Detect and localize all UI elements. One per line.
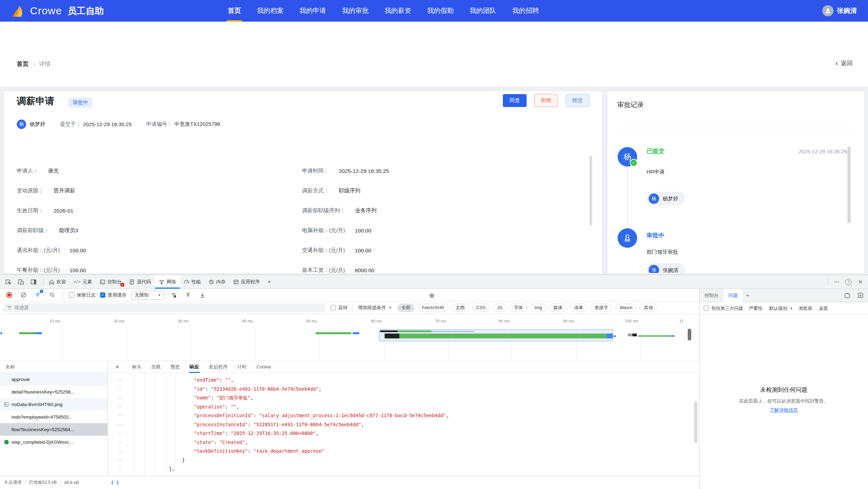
filter-pill-Img[interactable]: Img bbox=[530, 304, 546, 312]
import-har-icon[interactable] bbox=[183, 290, 193, 300]
request-row[interactable]: detail?businessKey=525256... bbox=[0, 385, 107, 398]
drawer-tab-issues[interactable]: 问题 bbox=[724, 289, 743, 302]
filter-pill-文档[interactable]: 文档 bbox=[452, 304, 469, 312]
dock-side-icon[interactable] bbox=[29, 277, 38, 287]
user-menu[interactable]: 张婉清 bbox=[822, 0, 857, 22]
device-toolbar-icon[interactable] bbox=[16, 277, 26, 287]
filter-pill-套接字[interactable]: 套接字 bbox=[590, 304, 612, 312]
more-tabs-button[interactable]: + bbox=[264, 275, 275, 289]
tab-preview[interactable]: 预览 bbox=[170, 361, 181, 373]
reject-button[interactable]: 拒绝 bbox=[534, 94, 558, 107]
nav-item-我的招聘[interactable]: 我的招聘 bbox=[504, 0, 547, 22]
nav-item-我的档案[interactable]: 我的档案 bbox=[249, 0, 292, 22]
tab-console[interactable]: × 控制台 bbox=[96, 275, 126, 289]
nav-item-我的团队[interactable]: 我的团队 bbox=[462, 0, 504, 22]
filter-pill-字体[interactable]: 字体 bbox=[510, 304, 527, 312]
filter-pill-其他[interactable]: 其他 bbox=[640, 304, 657, 312]
tab-cookie[interactable]: Cookie bbox=[256, 361, 272, 373]
help-icon[interactable]: ? bbox=[844, 277, 853, 287]
network-filter-input[interactable]: 筛选器 bbox=[3, 303, 325, 312]
preserve-log-checkbox[interactable]: 保留日志 bbox=[69, 292, 96, 298]
filter-pill-Wasm[interactable]: Wasm bbox=[616, 304, 636, 312]
filter-pill-CSS[interactable]: CSS bbox=[472, 304, 490, 312]
tab-headers[interactable]: 标头 bbox=[131, 361, 142, 373]
fold-marker[interactable]: - bbox=[119, 456, 121, 465]
request-row[interactable]: todo?employeeId=4758502... bbox=[0, 411, 107, 423]
fold-marker[interactable]: - bbox=[119, 438, 121, 447]
breadcrumb-home[interactable]: 首页 bbox=[17, 60, 29, 68]
fold-marker[interactable]: - bbox=[119, 420, 121, 429]
fold-marker[interactable]: - bbox=[119, 429, 121, 438]
record-network-log-icon[interactable] bbox=[4, 290, 14, 300]
close-devtools-icon[interactable]: ✕ bbox=[855, 277, 865, 287]
response-content[interactable]: -"endTime": "",-"id": "52334d26-e491-11f… bbox=[108, 373, 699, 476]
approve-button[interactable]: 同意 bbox=[503, 94, 527, 107]
request-row[interactable]: ✓step_completed-DjXGWsvc.... bbox=[0, 436, 107, 448]
overview-scrollbar-thumb[interactable] bbox=[688, 329, 691, 341]
inspect-element-icon[interactable] bbox=[3, 277, 13, 287]
tab-network[interactable]: 网络 bbox=[155, 275, 180, 289]
drawer-add-tab-icon[interactable]: + bbox=[743, 292, 753, 299]
filter-pill-JS[interactable]: JS bbox=[493, 304, 506, 312]
transfer-button[interactable]: 转交 bbox=[566, 94, 589, 107]
logo[interactable]: Crowe 员工自助 bbox=[12, 4, 104, 18]
network-conditions-icon[interactable] bbox=[169, 290, 179, 300]
fold-marker[interactable]: - bbox=[119, 447, 121, 456]
request-row[interactable]: approval bbox=[0, 373, 107, 385]
request-row[interactable]: flow?businessKey=5252564... bbox=[0, 423, 107, 436]
fold-marker[interactable]: - bbox=[119, 394, 121, 403]
network-overview[interactable]: 10 ms20 ms30 ms40 ms50 ms60 ms70 ms80 ms… bbox=[0, 314, 699, 361]
filter-icon[interactable]: × bbox=[33, 290, 43, 300]
more-filters-dropdown[interactable]: 增加筛选条件 ▼ bbox=[358, 305, 392, 311]
approval-log-scrollbar[interactable] bbox=[847, 146, 851, 223]
nav-item-我的薪资[interactable]: 我的薪资 bbox=[377, 0, 419, 22]
nav-item-我的审批[interactable]: 我的审批 bbox=[334, 0, 377, 22]
fold-marker[interactable]: - bbox=[119, 411, 121, 420]
learn-more-link[interactable]: 了解详细信息 bbox=[770, 407, 798, 413]
invert-filter-checkbox[interactable]: 反转 bbox=[331, 305, 348, 311]
fold-marker[interactable]: - bbox=[119, 385, 121, 394]
filter-pill-媒体[interactable]: 媒体 bbox=[549, 304, 567, 312]
tab-performance[interactable]: 性能 bbox=[180, 275, 205, 289]
filter-pill-Fetch/XHR[interactable]: Fetch/XHR bbox=[418, 304, 448, 312]
tab-timing[interactable]: 计时 bbox=[237, 361, 248, 373]
drawer-dock-icon[interactable] bbox=[842, 291, 852, 300]
third-party-checkbox[interactable]: 包括第三方问题 bbox=[704, 305, 743, 312]
format-json-button[interactable]: { } bbox=[111, 480, 119, 485]
search-icon[interactable] bbox=[47, 290, 57, 300]
nav-item-我的假勤[interactable]: 我的假勤 bbox=[419, 0, 462, 22]
drawer-tab-console[interactable]: 控制台 bbox=[700, 289, 724, 302]
drawer-expand-icon[interactable] bbox=[855, 291, 865, 300]
tab-elements[interactable]: </> 元素 bbox=[70, 275, 96, 289]
fold-marker[interactable]: - bbox=[119, 465, 121, 474]
tab-application[interactable]: 应用程序 bbox=[229, 275, 264, 289]
disable-cache-checkbox[interactable]: 禁用缓存 bbox=[100, 292, 127, 298]
response-scrollbar[interactable] bbox=[694, 401, 697, 443]
clear-network-log-icon[interactable] bbox=[18, 290, 28, 300]
throttling-dropdown[interactable]: 无限制 ▼ bbox=[131, 291, 164, 300]
filter-pill-清单[interactable]: 清单 bbox=[570, 304, 587, 312]
tab-sources[interactable]: 源代码 bbox=[125, 275, 155, 289]
close-detail-icon[interactable]: ✕ bbox=[112, 364, 123, 370]
kebab-menu-icon[interactable]: ⋯ bbox=[832, 277, 841, 287]
severity-dropdown[interactable]: 默认级别 ▼ bbox=[769, 305, 793, 312]
back-button[interactable]: ‹ 返回 bbox=[836, 59, 853, 67]
filter-pill-全部[interactable]: 全部 bbox=[397, 304, 415, 312]
request-table-header[interactable]: 名称 bbox=[0, 361, 107, 373]
request-row[interactable]: noData-BvmSHT9O.png bbox=[0, 398, 107, 411]
tab-initiator[interactable]: 发起程序 bbox=[208, 361, 228, 373]
fold-marker[interactable]: - bbox=[119, 376, 121, 385]
tab-welcome[interactable]: 欢迎 bbox=[45, 275, 70, 289]
resources-size: 49.6 kB bbox=[64, 480, 79, 485]
tab-memory[interactable]: 内存 bbox=[205, 275, 229, 289]
detail-scrollbar[interactable] bbox=[589, 156, 592, 226]
nav-item-首页[interactable]: 首页 bbox=[220, 0, 249, 22]
detail-field: 交通补助：(元/月)100.00 bbox=[302, 240, 575, 260]
nav-item-我的申请[interactable]: 我的申请 bbox=[292, 0, 334, 22]
waterfall-bar bbox=[353, 332, 359, 334]
network-settings-gear-icon[interactable] bbox=[427, 291, 437, 300]
tab-response[interactable]: 响应 bbox=[189, 361, 200, 373]
fold-marker[interactable]: - bbox=[119, 403, 121, 412]
export-har-icon[interactable] bbox=[197, 290, 207, 300]
tab-payload[interactable]: 负载 bbox=[151, 361, 161, 373]
